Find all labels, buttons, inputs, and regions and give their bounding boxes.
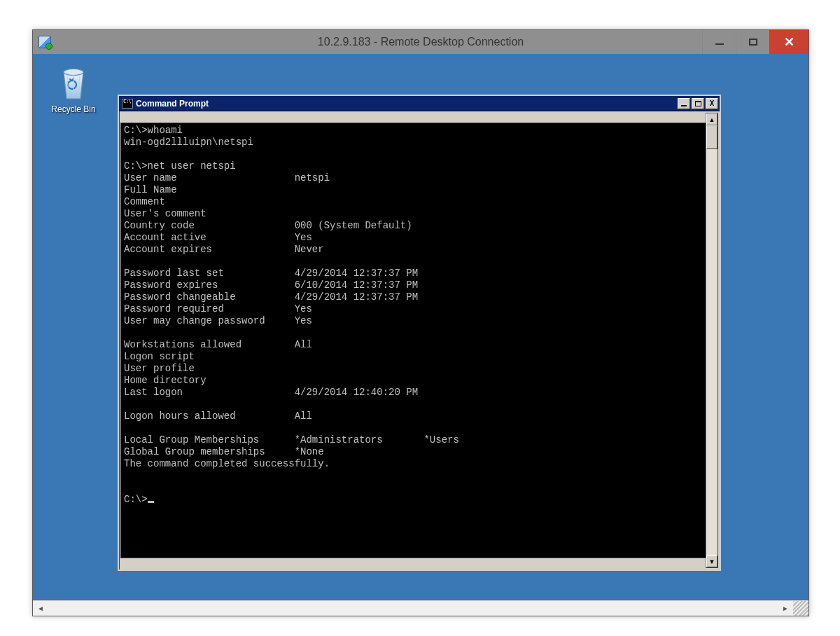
cmd-vertical-scrollbar[interactable]: ▲ ▼ bbox=[706, 113, 718, 568]
scroll-right-icon[interactable]: ► bbox=[778, 601, 793, 616]
rdc-window-title: 10.2.9.183 - Remote Desktop Connection bbox=[33, 30, 808, 54]
rdc-horizontal-scrollbar[interactable]: ◄ ► bbox=[33, 600, 808, 616]
cmd-maximize-button[interactable] bbox=[692, 98, 704, 109]
rdc-minimize-button[interactable] bbox=[702, 30, 736, 54]
rdc-titlebar[interactable]: 10.2.9.183 - Remote Desktop Connection ✕ bbox=[33, 30, 808, 54]
scroll-down-icon[interactable]: ▼ bbox=[706, 555, 718, 567]
rdc-close-button[interactable]: ✕ bbox=[769, 30, 808, 54]
cmd-output-area[interactable]: C:\>whoami win-ogd2llluipn\netspi C:\>ne… bbox=[120, 123, 706, 558]
cmd-cursor bbox=[148, 501, 154, 503]
svg-point-0 bbox=[64, 69, 83, 76]
scroll-up-icon[interactable]: ▲ bbox=[706, 113, 718, 125]
scroll-thumb[interactable] bbox=[706, 125, 718, 149]
resize-grip-icon[interactable] bbox=[793, 601, 808, 616]
recycle-bin-label: Recycle Bin bbox=[46, 104, 101, 114]
rdc-window-buttons: ✕ bbox=[702, 30, 808, 54]
remote-desktop[interactable]: Recycle Bin Command Prompt X C:\>whoami … bbox=[34, 54, 794, 600]
cmd-system-menu-icon[interactable] bbox=[122, 99, 133, 109]
scroll-track[interactable] bbox=[706, 125, 718, 555]
recycle-bin-icon bbox=[57, 64, 90, 102]
rdc-client-area: Recycle Bin Command Prompt X C:\>whoami … bbox=[33, 54, 808, 600]
rdc-window: 10.2.9.183 - Remote Desktop Connection ✕… bbox=[32, 29, 809, 616]
rdc-app-icon bbox=[38, 36, 51, 48]
rdc-maximize-button[interactable] bbox=[736, 30, 769, 54]
cmd-titlebar[interactable]: Command Prompt X bbox=[119, 96, 720, 111]
cmd-window: Command Prompt X C:\>whoami win-ogd2lllu… bbox=[118, 95, 721, 571]
cmd-minimize-button[interactable] bbox=[678, 98, 690, 109]
cmd-window-buttons: X bbox=[678, 98, 718, 109]
cmd-close-button[interactable]: X bbox=[706, 98, 718, 109]
scroll-left-icon[interactable]: ◄ bbox=[33, 601, 48, 616]
recycle-bin-desktop-icon[interactable]: Recycle Bin bbox=[46, 64, 101, 114]
cmd-window-title: Command Prompt bbox=[136, 99, 209, 109]
